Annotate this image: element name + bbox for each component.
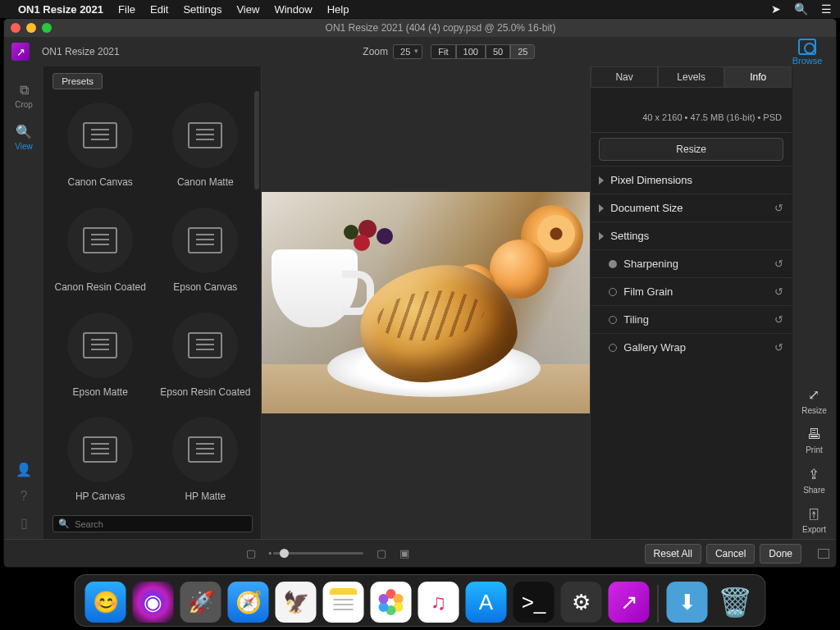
minimize-icon[interactable]	[26, 23, 36, 33]
zoom-50-button[interactable]: 50	[486, 44, 510, 59]
undo-icon[interactable]: ↺	[774, 285, 783, 298]
panel-pixel-dimensions[interactable]: Pixel Dimensions	[591, 166, 792, 194]
tab-info[interactable]: Info	[724, 66, 792, 88]
panel-sharpening[interactable]: Sharpening↺	[591, 249, 792, 277]
presets-panel: Presets Canon Canvas Canon Matte Canon R…	[44, 66, 262, 539]
control-center-icon[interactable]: ☰	[821, 2, 832, 16]
panel-film-grain[interactable]: Film Grain↺	[591, 277, 792, 305]
view-tool[interactable]: 🔍 View	[15, 124, 33, 151]
help-icon[interactable]: ?	[21, 489, 28, 504]
zoom-100-button[interactable]: 100	[456, 44, 486, 59]
panel-toggle-icon[interactable]: ▯	[21, 515, 28, 531]
right-panel: Nav Levels Info 40 x 2160 • 47.5 MB (16-…	[590, 66, 792, 539]
preset-canon-matte[interactable]: Canon Matte	[153, 94, 258, 196]
menu-edit[interactable]: Edit	[150, 3, 168, 16]
undo-icon[interactable]: ↺	[774, 313, 783, 326]
tab-levels[interactable]: Levels	[658, 66, 725, 88]
app-brand-icon: ↗	[11, 43, 30, 61]
dock-finder[interactable]: 😊	[85, 582, 126, 623]
dock-terminal[interactable]: >_	[514, 582, 555, 623]
preset-canon-resin[interactable]: Canon Resin Coated	[48, 199, 153, 301]
zoom-segmented: Fit 100 50 25	[431, 44, 535, 59]
preset-hp-canvas[interactable]: HP Canvas	[48, 409, 153, 510]
presets-tab-button[interactable]: Presets	[52, 73, 103, 89]
spotlight-icon[interactable]: 🔍	[794, 2, 808, 16]
dock-settings[interactable]: ⚙	[561, 582, 602, 623]
crop-tool[interactable]: ⧉ Crop	[15, 83, 33, 109]
window-titlebar: ON1 Resize 2021 (404 (4) copy.psd @ 25.0…	[4, 19, 836, 37]
undo-icon[interactable]: ↺	[774, 258, 783, 270]
zoom-25-button[interactable]: 25	[510, 44, 535, 59]
toggle-on-icon[interactable]	[609, 260, 617, 268]
dock-launchpad[interactable]: 🚀	[180, 582, 221, 623]
dock-photos[interactable]	[371, 582, 412, 623]
cursor-icon[interactable]: ➤	[771, 2, 781, 16]
user-icon[interactable]: 👤	[16, 462, 32, 477]
action-share[interactable]: ⇪Share	[803, 466, 825, 495]
zoom-fit-button[interactable]: Fit	[431, 44, 455, 59]
dock-music[interactable]: ♫	[418, 582, 459, 623]
dock-appstore[interactable]: A	[466, 582, 507, 623]
preset-scrollbar[interactable]	[254, 91, 259, 189]
zoom-select[interactable]: 25	[393, 44, 422, 59]
dock-trash[interactable]: 🗑️	[714, 582, 756, 623]
close-icon[interactable]	[11, 23, 21, 33]
undo-icon[interactable]: ↺	[774, 341, 783, 354]
resize-icon: ⤢	[808, 386, 819, 404]
dock-siri[interactable]: ◉	[133, 582, 174, 623]
preset-hp-matte[interactable]: HP Matte	[153, 409, 258, 510]
browse-icon	[798, 39, 816, 55]
preset-search[interactable]: 🔍	[52, 515, 253, 532]
menu-view[interactable]: View	[236, 3, 259, 16]
dock-mail[interactable]: 🦅	[276, 582, 317, 623]
preset-epson-resin[interactable]: Epson Resin Coated	[153, 304, 258, 406]
reset-all-button[interactable]: Reset All	[645, 544, 701, 564]
compare-square-icon[interactable]: ▢	[246, 547, 256, 559]
canvas[interactable]	[262, 66, 590, 539]
search-icon: 🔍	[58, 518, 70, 529]
panel-toggle-right-icon[interactable]	[818, 549, 829, 559]
menu-app[interactable]: ON1 Resize 2021	[18, 3, 103, 16]
panel-document-size[interactable]: Document Size↺	[591, 194, 792, 221]
preset-epson-matte[interactable]: Epson Matte	[48, 304, 153, 406]
action-print[interactable]: 🖶Print	[806, 427, 823, 454]
preset-search-input[interactable]	[75, 519, 247, 529]
cancel-button[interactable]: Cancel	[706, 544, 755, 564]
bottom-bar: ▢ • ▢ ▣ Reset All Cancel Done	[4, 539, 836, 567]
app-window: ON1 Resize 2021 (404 (4) copy.psd @ 25.0…	[3, 18, 837, 568]
resize-section-header[interactable]: Resize	[599, 138, 783, 161]
toggle-off-icon[interactable]	[609, 288, 617, 296]
tab-nav[interactable]: Nav	[591, 66, 658, 88]
undo-icon[interactable]: ↺	[774, 202, 783, 214]
action-export[interactable]: ⍐Export	[802, 506, 826, 534]
browse-action[interactable]: Browse	[778, 39, 836, 66]
thumbnail-size-slider[interactable]	[273, 552, 363, 555]
compare-overlay-icon[interactable]: ▣	[399, 547, 409, 559]
menu-help[interactable]: Help	[327, 3, 349, 16]
done-button[interactable]: Done	[760, 544, 801, 564]
crop-icon: ⧉	[20, 83, 29, 98]
maximize-icon[interactable]	[42, 23, 52, 33]
preset-canon-canvas[interactable]: Canon Canvas	[48, 94, 153, 196]
action-resize[interactable]: ⤢Resize	[801, 386, 827, 415]
panel-tiling[interactable]: Tiling↺	[591, 305, 792, 333]
toggle-off-icon[interactable]	[609, 316, 617, 324]
panel-gallery-wrap[interactable]: Gallery Wrap↺	[591, 333, 792, 361]
chevron-right-icon	[599, 204, 604, 212]
dock-safari[interactable]: 🧭	[228, 582, 269, 623]
toggle-off-icon[interactable]	[609, 344, 617, 352]
menu-window[interactable]: Window	[274, 3, 312, 16]
compare-split-icon[interactable]: ▢	[377, 547, 386, 559]
print-icon: 🖶	[807, 427, 821, 443]
preset-epson-canvas[interactable]: Epson Canvas	[153, 199, 258, 301]
menu-file[interactable]: File	[118, 3, 135, 16]
preset-thumb-icon	[83, 332, 117, 358]
menu-settings[interactable]: Settings	[183, 3, 221, 16]
dock-notes[interactable]	[323, 582, 364, 623]
panel-settings[interactable]: Settings	[591, 221, 792, 249]
left-toolbar: ⧉ Crop 🔍 View 👤 ? ▯	[4, 66, 44, 539]
image-info-line: 40 x 2160 • 47.5 MB (16-bit) • PSD	[591, 88, 792, 133]
app-name-label: ON1 Resize 2021	[42, 46, 120, 57]
dock-on1-resize[interactable]: ↗	[609, 582, 650, 623]
dock-downloads[interactable]: ⬇	[667, 582, 708, 623]
